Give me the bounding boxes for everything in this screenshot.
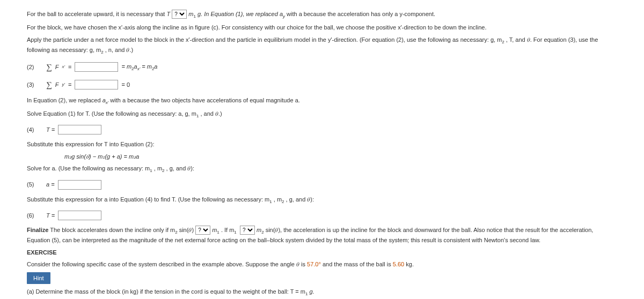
text: , n, and 𝜃.) bbox=[105, 47, 133, 53]
equals: = bbox=[68, 63, 71, 72]
value-angle: 57.0° bbox=[307, 261, 321, 267]
hint-button[interactable]: Hint bbox=[27, 272, 50, 285]
sub-y: y bbox=[283, 14, 285, 19]
text: sin(𝜃) bbox=[179, 227, 195, 233]
text: , g, and 𝜃): bbox=[166, 165, 194, 171]
eq-label: (3) bbox=[27, 80, 43, 89]
equation-4-row: (4) T = bbox=[27, 125, 617, 134]
text: and the mass of the ball is bbox=[323, 261, 393, 267]
paragraph-2: For the block, we have chosen the x'-axi… bbox=[27, 23, 617, 32]
select-compare-1[interactable]: ? bbox=[172, 10, 187, 19]
lhs: a = bbox=[46, 180, 55, 189]
text: with a because the acceleration has only… bbox=[287, 11, 435, 17]
question-a: (a) Determine the mass of the block (in … bbox=[27, 287, 617, 297]
text: , and 𝜃.) bbox=[200, 110, 222, 117]
eq-label: (4) bbox=[27, 125, 43, 134]
text: m bbox=[257, 227, 261, 233]
var-m: m bbox=[188, 11, 193, 17]
paragraph-1: For the ball to accelerate upward, it is… bbox=[27, 10, 617, 20]
select-compare-2[interactable]: ? bbox=[195, 226, 210, 235]
equation-5-row: (5) a = bbox=[27, 180, 617, 190]
text: m bbox=[212, 227, 217, 233]
sub: 2 bbox=[502, 40, 504, 44]
input-eq6[interactable] bbox=[58, 211, 101, 220]
var-T: T bbox=[166, 11, 170, 17]
equation-3-row: (3) ∑ Fy' = = 0 bbox=[27, 79, 617, 91]
exercise-paragraph: Consider the following specific case of … bbox=[27, 260, 617, 269]
text: with a because the two objects have acce… bbox=[110, 97, 299, 103]
value-mass: 5.60 bbox=[393, 261, 404, 267]
equation-mid: m₂g sin(𝜃) − m₁(g + a) = m₂a bbox=[64, 152, 617, 161]
exercise-heading: EXERCISE bbox=[27, 248, 617, 257]
eq2-rhs: = m2ax' = m2a bbox=[121, 62, 157, 72]
text: In Equation (2), we replaced bbox=[27, 97, 103, 103]
equation-2-row: (2) ∑ Fx' = = m2ax' = m2a bbox=[27, 61, 617, 73]
input-eq3[interactable] bbox=[75, 80, 118, 89]
eq3-rhs: = 0 bbox=[121, 80, 130, 89]
text: Solve for a. (Use the following as neces… bbox=[27, 165, 150, 171]
paragraph-6: Substitute this expression for T into Eq… bbox=[27, 140, 617, 149]
eq-label: (5) bbox=[27, 180, 43, 189]
text: Apply the particle under a net force mod… bbox=[27, 36, 502, 43]
sigma-icon: ∑ bbox=[46, 61, 52, 73]
sub-1: 1 bbox=[194, 14, 196, 19]
eq-label: (6) bbox=[27, 211, 43, 220]
var-F: F bbox=[55, 63, 59, 72]
text: . If m bbox=[221, 227, 234, 233]
paragraph-3: Apply the particle under a net force mod… bbox=[27, 35, 617, 56]
finalize-paragraph: Finalize The block accelerates down the … bbox=[27, 226, 617, 245]
paragraph-8: Substitute this expression for a into Eq… bbox=[27, 195, 617, 205]
paragraph-4: In Equation (2), we replaced ax' with a … bbox=[27, 96, 617, 106]
text: For the ball to accelerate upward, it is… bbox=[27, 11, 166, 17]
input-eq2[interactable] bbox=[75, 62, 118, 72]
sub: 1 bbox=[196, 114, 199, 118]
eq-label: (2) bbox=[27, 63, 43, 72]
text: The block accelerates down the incline o… bbox=[50, 227, 175, 233]
finalize-label: Finalize bbox=[27, 227, 48, 233]
text: g. bbox=[310, 288, 314, 295]
equation-6-row: (6) T = bbox=[27, 211, 617, 220]
text: kg. bbox=[406, 261, 414, 267]
input-eq5[interactable] bbox=[58, 180, 101, 190]
var-F: F bbox=[55, 80, 59, 89]
text: , m bbox=[154, 165, 162, 171]
sub: x' bbox=[106, 100, 109, 105]
text: Consider the following specific case of … bbox=[27, 261, 307, 267]
sub: 2 bbox=[101, 50, 103, 55]
select-compare-3[interactable]: ? bbox=[240, 226, 255, 235]
text: g. In Equation (1), we replaced bbox=[197, 11, 280, 17]
sub: y' bbox=[62, 81, 65, 88]
text: Solve Equation (1) for T. (Use the follo… bbox=[27, 110, 196, 117]
text: (a) Determine the mass of the block (in … bbox=[27, 288, 305, 295]
hint-row: Hint bbox=[27, 272, 617, 285]
paragraph-5: Solve Equation (1) for T. (Use the follo… bbox=[27, 109, 617, 119]
text: , g, and 𝜃): bbox=[286, 196, 314, 203]
paragraph-7: Solve for a. (Use the following as neces… bbox=[27, 164, 617, 174]
sub: x' bbox=[62, 64, 65, 70]
equals: = bbox=[68, 80, 71, 89]
sigma-icon: ∑ bbox=[46, 79, 52, 91]
text: Substitute this expression for a into Eq… bbox=[27, 196, 269, 203]
lhs: T = bbox=[46, 211, 55, 220]
text: , m bbox=[274, 196, 282, 203]
lhs: T = bbox=[46, 125, 55, 134]
input-eq4[interactable] bbox=[58, 125, 101, 134]
